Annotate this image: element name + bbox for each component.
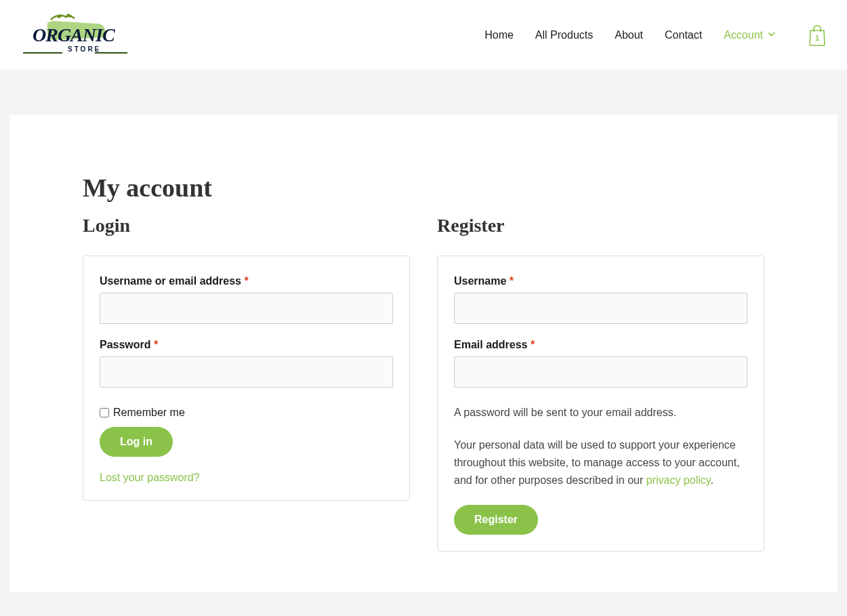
register-info-text: A password will be sent to your email ad… — [454, 404, 747, 422]
logo[interactable]: ORGANIC STORE — [20, 12, 129, 59]
svg-text:1: 1 — [815, 34, 819, 42]
register-username-input[interactable] — [454, 293, 747, 324]
remember-me-checkbox[interactable] — [100, 408, 109, 417]
required-mark: * — [154, 339, 158, 350]
content-card: My account Login Username or email addre… — [9, 115, 838, 592]
required-mark: * — [244, 275, 248, 287]
register-email-label: Email address * — [454, 339, 747, 351]
privacy-policy-link[interactable]: privacy policy — [646, 474, 711, 486]
login-username-input[interactable] — [100, 293, 393, 324]
cart-button[interactable]: 1 — [808, 24, 827, 46]
remember-me-row: Remember me — [100, 407, 393, 419]
register-heading: Register — [437, 215, 764, 237]
login-column: Login Username or email address * Passwo… — [83, 215, 410, 552]
site-header: ORGANIC STORE Home All Products About Co… — [0, 0, 847, 70]
login-button[interactable]: Log in — [100, 427, 173, 457]
login-username-label-text: Username or email address — [100, 275, 244, 287]
nav-contact[interactable]: Contact — [665, 29, 702, 41]
nav-about[interactable]: About — [615, 29, 643, 41]
register-form: Username * Email address * A password wi… — [437, 255, 764, 552]
nav-account-label: Account — [724, 29, 763, 41]
register-username-label: Username * — [454, 275, 747, 287]
account-columns: Login Username or email address * Passwo… — [83, 215, 764, 552]
required-mark: * — [531, 339, 535, 350]
svg-text:STORE: STORE — [68, 45, 101, 53]
page-wrap: My account Login Username or email addre… — [0, 70, 847, 602]
nav-account[interactable]: Account — [724, 29, 776, 41]
svg-point-0 — [56, 14, 62, 18]
register-button[interactable]: Register — [454, 505, 538, 535]
required-mark: * — [510, 275, 514, 287]
nav-all-products[interactable]: All Products — [535, 29, 593, 41]
login-heading: Login — [83, 215, 410, 237]
register-username-label-text: Username — [454, 275, 510, 287]
register-email-label-text: Email address — [454, 339, 531, 350]
logo-image: ORGANIC STORE — [20, 12, 129, 59]
privacy-post-text: . — [711, 474, 714, 486]
remember-me-label: Remember me — [113, 407, 185, 419]
privacy-policy-text: Your personal data will be used to suppo… — [454, 436, 747, 490]
login-password-label: Password * — [100, 339, 393, 351]
chevron-down-icon — [767, 29, 776, 41]
svg-text:ORGANIC: ORGANIC — [33, 24, 115, 45]
register-email-input[interactable] — [454, 356, 747, 388]
main-nav: Home All Products About Contact Account … — [484, 24, 827, 46]
register-column: Register Username * Email address * A pa… — [437, 215, 764, 552]
login-password-input[interactable] — [100, 356, 393, 388]
login-username-label: Username or email address * — [100, 275, 393, 287]
nav-home[interactable]: Home — [484, 29, 514, 41]
shopping-bag-icon: 1 — [808, 24, 827, 46]
lost-password-link[interactable]: Lost your password? — [100, 472, 393, 484]
login-form: Username or email address * Password * R… — [83, 255, 410, 501]
page-title: My account — [83, 173, 764, 203]
login-password-label-text: Password — [100, 339, 154, 350]
